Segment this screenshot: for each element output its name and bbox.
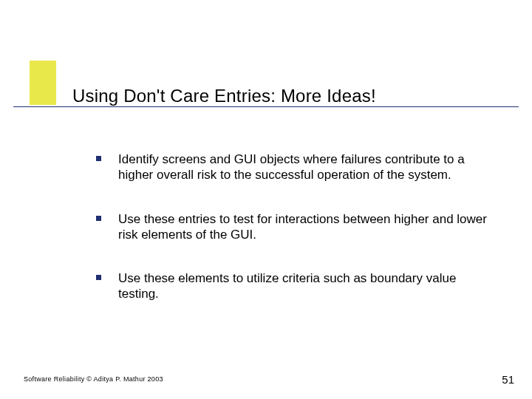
accent-block	[30, 61, 56, 105]
footer-text: Software Reliability © Aditya P. Mathur …	[24, 375, 163, 383]
slide-body: Identify screens and GUI objects where f…	[96, 151, 495, 330]
bullet-text: Use these elements to utilize criteria s…	[118, 271, 456, 301]
bullet-list: Identify screens and GUI objects where f…	[96, 151, 495, 302]
slide: Using Don't Care Entries: More Ideas! Id…	[0, 0, 532, 399]
list-item: Use these elements to utilize criteria s…	[96, 270, 495, 302]
title-rule	[13, 106, 519, 107]
bullet-text: Identify screens and GUI objects where f…	[118, 152, 465, 182]
bullet-text: Use these entries to test for interactio…	[118, 212, 487, 242]
slide-title: Using Don't Care Entries: More Ideas!	[72, 86, 376, 106]
page-number: 51	[502, 373, 514, 386]
list-item: Identify screens and GUI objects where f…	[96, 151, 495, 183]
list-item: Use these entries to test for interactio…	[96, 211, 495, 243]
